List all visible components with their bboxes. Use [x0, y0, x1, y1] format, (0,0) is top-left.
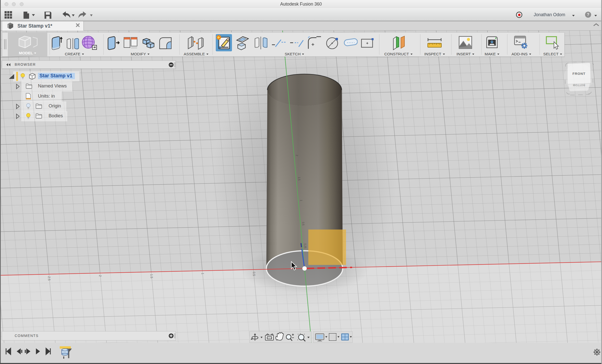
svg-text:2.5: 2.5	[47, 276, 51, 281]
svg-text:1.5: 1.5	[150, 274, 153, 278]
svg-text:1.5: 1.5	[298, 177, 300, 180]
svg-text:FRONT: FRONT	[572, 72, 586, 76]
svg-text:0.25: 0.25	[304, 243, 307, 248]
svg-text:BOTTOM: BOTTOM	[573, 84, 585, 87]
svg-text:0.5: 0.5	[302, 222, 305, 225]
svg-text:1: 1	[201, 273, 204, 275]
svg-text:2: 2	[98, 275, 102, 277]
svg-text:0.5: 0.5	[252, 272, 256, 276]
svg-text:2: 2	[295, 155, 298, 156]
svg-text:1: 1	[300, 200, 303, 201]
